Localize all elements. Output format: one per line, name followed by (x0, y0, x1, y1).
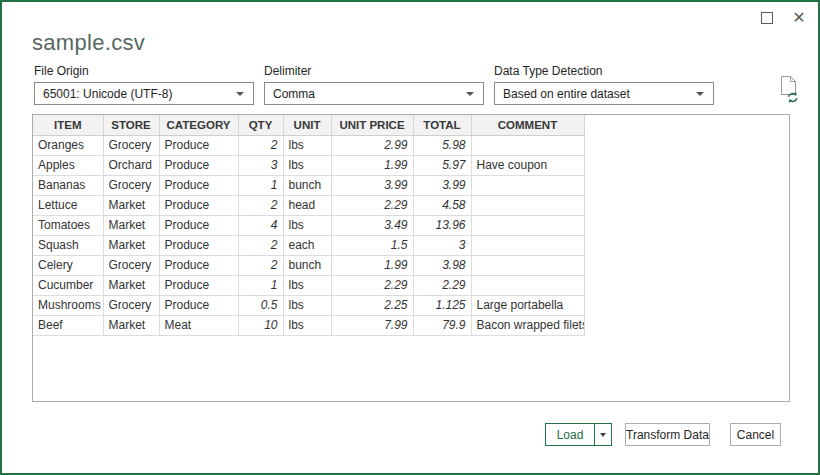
table-cell (471, 255, 584, 275)
table-cell (471, 175, 584, 195)
close-button[interactable]: ✕ (788, 8, 810, 28)
table-cell: Market (103, 215, 159, 235)
table-cell: 3.98 (413, 255, 471, 275)
table-cell (471, 275, 584, 295)
table-cell: Grocery (103, 255, 159, 275)
table-row: TomatoesMarketProduce4lbs3.4913.96 (33, 215, 584, 235)
column-header-qty: QTY (238, 115, 283, 135)
chevron-down-icon (696, 92, 704, 96)
load-dropdown-button[interactable] (594, 424, 611, 445)
table-row: CeleryGroceryProduce2bunch1.993.98 (33, 255, 584, 275)
column-header-item: ITEM (33, 115, 103, 135)
data-type-detection-select[interactable]: Based on entire dataset (494, 82, 714, 105)
table-cell: 1 (238, 175, 283, 195)
table-cell: each (283, 235, 331, 255)
file-origin-select[interactable]: 65001: Unicode (UTF-8) (34, 82, 254, 105)
table-cell: Have coupon (471, 155, 584, 175)
table-cell: 3 (413, 235, 471, 255)
chevron-down-icon (600, 433, 606, 437)
table-cell: Celery (33, 255, 103, 275)
table-cell: 5.98 (413, 135, 471, 155)
table-cell: 1.99 (331, 255, 413, 275)
load-button[interactable]: Load (546, 424, 594, 445)
table-cell (471, 195, 584, 215)
table-cell: lbs (283, 215, 331, 235)
table-cell (471, 235, 584, 255)
data-type-detection-value: Based on entire dataset (503, 87, 630, 101)
table-row: CucumberMarketProduce1lbs2.292.29 (33, 275, 584, 295)
table-cell: 2 (238, 235, 283, 255)
table-cell: 2.29 (331, 275, 413, 295)
table-cell: Grocery (103, 135, 159, 155)
column-header-comment: COMMENT (471, 115, 584, 135)
data-preview-panel: ITEMSTORECATEGORYQTYUNITUNIT PRICETOTALC… (32, 114, 790, 402)
table-cell: Mushrooms (33, 295, 103, 315)
table-cell: 2.25 (331, 295, 413, 315)
table-cell: Produce (159, 215, 238, 235)
column-header-store: STORE (103, 115, 159, 135)
table-cell: 2.29 (413, 275, 471, 295)
table-cell: Orchard (103, 155, 159, 175)
table-cell: Produce (159, 155, 238, 175)
load-split-button[interactable]: Load (545, 423, 612, 446)
table-cell: 5.97 (413, 155, 471, 175)
dialog-title: sample.csv (32, 30, 145, 56)
cancel-button[interactable]: Cancel (730, 423, 781, 446)
table-cell: Meat (159, 315, 238, 335)
table-cell: Beef (33, 315, 103, 335)
table-cell: Bacon wrapped filets (471, 315, 584, 335)
table-cell: Produce (159, 175, 238, 195)
table-cell: 1.99 (331, 155, 413, 175)
table-cell: Lettuce (33, 195, 103, 215)
table-cell: 0.5 (238, 295, 283, 315)
data-type-detection-label: Data Type Detection (494, 64, 603, 78)
preview-table: ITEMSTORECATEGORYQTYUNITUNIT PRICETOTALC… (33, 115, 585, 336)
table-cell: bunch (283, 175, 331, 195)
table-cell: Market (103, 235, 159, 255)
table-cell: lbs (283, 135, 331, 155)
delimiter-select[interactable]: Comma (264, 82, 484, 105)
table-cell: 4 (238, 215, 283, 235)
delimiter-value: Comma (273, 87, 315, 101)
maximize-button[interactable] (756, 8, 778, 28)
table-cell: 3 (238, 155, 283, 175)
table-row: MushroomsGroceryProduce0.5lbs2.251.125La… (33, 295, 584, 315)
table-cell: lbs (283, 155, 331, 175)
maximize-icon (761, 12, 773, 24)
table-cell: 79.9 (413, 315, 471, 335)
table-row: LettuceMarketProduce2head2.294.58 (33, 195, 584, 215)
table-cell: head (283, 195, 331, 215)
table-header-row: ITEMSTORECATEGORYQTYUNITUNIT PRICETOTALC… (33, 115, 584, 135)
table-cell: 10 (238, 315, 283, 335)
column-header-total: TOTAL (413, 115, 471, 135)
refresh-preview-icon (777, 75, 801, 103)
table-cell: Produce (159, 235, 238, 255)
table-cell: 1.5 (331, 235, 413, 255)
table-cell: Market (103, 315, 159, 335)
table-cell: 2 (238, 195, 283, 215)
table-row: SquashMarketProduce2each1.53 (33, 235, 584, 255)
table-cell: lbs (283, 275, 331, 295)
file-origin-value: 65001: Unicode (UTF-8) (43, 87, 172, 101)
table-cell: Tomatoes (33, 215, 103, 235)
table-cell: Large portabella (471, 295, 584, 315)
table-cell: Produce (159, 275, 238, 295)
table-cell: Apples (33, 155, 103, 175)
table-row: OrangesGroceryProduce2lbs2.995.98 (33, 135, 584, 155)
window-controls: ✕ (756, 8, 810, 28)
table-cell (471, 215, 584, 235)
table-cell: Grocery (103, 175, 159, 195)
table-cell: 1.125 (413, 295, 471, 315)
table-cell: 3.49 (331, 215, 413, 235)
table-cell: bunch (283, 255, 331, 275)
column-header-unit-price: UNIT PRICE (331, 115, 413, 135)
table-row: BeefMarketMeat10lbs7.9979.9Bacon wrapped… (33, 315, 584, 335)
table-cell: Squash (33, 235, 103, 255)
table-cell: 2 (238, 135, 283, 155)
refresh-preview-button[interactable] (777, 75, 801, 103)
table-row: BananasGroceryProduce1bunch3.993.99 (33, 175, 584, 195)
table-cell: Produce (159, 255, 238, 275)
table-cell (471, 135, 584, 155)
transform-data-button[interactable]: Transform Data (625, 423, 710, 446)
file-origin-label: File Origin (34, 64, 89, 78)
